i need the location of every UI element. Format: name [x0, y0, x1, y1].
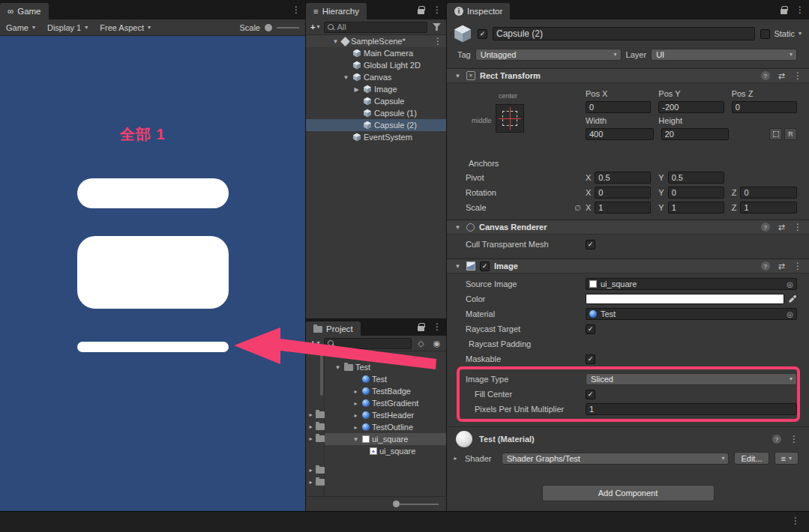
foldout-open-icon[interactable]: ▼ [454, 263, 462, 270]
foldout-open-icon[interactable]: ▼ [342, 74, 350, 81]
component-menu-icon[interactable]: ⋮ [790, 435, 799, 444]
project-search-input[interactable] [324, 338, 412, 349]
raycast-padding-row[interactable]: ▸Raycast Padding [447, 336, 809, 351]
arrow-right-icon[interactable]: ▸ [451, 455, 460, 462]
scene-row[interactable]: ▼ SampleScene* ⋮ [306, 35, 446, 47]
blend-values-button[interactable] [769, 128, 782, 140]
project-item-partial[interactable]: Test [325, 351, 446, 361]
presets-icon[interactable]: ⇄ [778, 262, 785, 271]
arrow-right-icon[interactable]: ▸ [352, 412, 360, 419]
game-viewport[interactable]: 全部 1 [0, 36, 305, 511]
anchor-preset-box[interactable] [496, 104, 524, 133]
hierarchy-item-capsule-1[interactable]: Capsule (1) [306, 107, 446, 119]
foldout-open-icon[interactable]: ▼ [454, 224, 462, 231]
pos-y-field[interactable]: -200 [658, 101, 724, 113]
rotation-x-field[interactable]: 0 [595, 187, 651, 199]
chevron-down-icon[interactable]: ▾ [799, 31, 802, 37]
pos-z-field[interactable]: 0 [732, 101, 797, 113]
object-name-field[interactable]: Capsule (2) [493, 27, 755, 40]
project-item-testheader[interactable]: ▸ TestHeader [325, 409, 446, 421]
foldout-open-icon[interactable]: ▼ [454, 73, 462, 79]
foldout-closed-icon[interactable]: ▶ [352, 86, 361, 93]
add-component-button[interactable]: Add Component [542, 485, 715, 501]
cull-checkbox[interactable]: ✓ [586, 240, 595, 250]
hierarchy-tab-menu-icon[interactable]: ⋮ [433, 5, 442, 14]
maskable-checkbox[interactable]: ✓ [586, 354, 595, 364]
image-header[interactable]: ▼ ✓ Image ? ⇄ ⋮ [447, 259, 809, 273]
width-field[interactable]: 400 [586, 128, 654, 140]
project-item-testoutline[interactable]: ▸ TestOutline [325, 421, 446, 433]
folder-tree-item[interactable]: ▸ [306, 408, 324, 420]
project-item-testbadge[interactable]: ▸ TestBadge [325, 385, 446, 397]
game-mode-dropdown[interactable]: Game ▾ [6, 23, 35, 32]
image-type-dropdown[interactable]: Sliced ▾ [586, 373, 797, 385]
rect-transform-header[interactable]: ▼ ✕ Rect Transform ? ⇄ ⋮ [447, 68, 809, 83]
help-icon[interactable]: ? [761, 223, 770, 232]
component-menu-icon[interactable]: ⋮ [793, 71, 802, 80]
link-off-icon[interactable]: ∅ [574, 204, 581, 212]
status-bar-menu-icon[interactable]: ⋮ [791, 516, 800, 526]
eyedropper-icon[interactable] [788, 294, 797, 303]
ppu-field[interactable]: 1 [586, 403, 797, 415]
folder-tree-item[interactable]: ▸ [306, 420, 324, 432]
component-menu-icon[interactable]: ⋮ [793, 223, 802, 232]
project-item-test-folder[interactable]: ▼ Test [325, 361, 446, 373]
shader-dropdown[interactable]: Shader Graphs/Test ▾ [502, 453, 729, 465]
material-preview-header[interactable]: Test (Material) ? ⋮ [447, 427, 809, 450]
hierarchy-create-button[interactable]: + ▾ [309, 22, 321, 31]
canvas-renderer-header[interactable]: ▼ Canvas Renderer ? ⇄ ⋮ [447, 220, 809, 235]
foldout-open-icon[interactable]: ▼ [331, 38, 340, 45]
component-menu-icon[interactable]: ⋮ [793, 262, 802, 270]
project-create-button[interactable]: + ▾ [309, 339, 321, 348]
arrow-right-icon[interactable]: ▸ [352, 400, 360, 407]
foldout-open-icon[interactable]: ▼ [352, 436, 360, 443]
tab-inspector[interactable]: i Inspector [447, 3, 510, 19]
scale-slider-knob[interactable] [265, 24, 272, 31]
scale-x-field[interactable]: 1 [595, 202, 651, 214]
rotation-z-field[interactable]: 0 [740, 187, 797, 199]
help-icon[interactable]: ? [761, 71, 770, 80]
height-field[interactable]: 20 [661, 128, 730, 140]
foldout-open-icon[interactable]: ▼ [334, 364, 342, 371]
hierarchy-item-canvas[interactable]: ▼ Canvas [306, 71, 446, 83]
object-picker-icon[interactable]: ◎ [787, 310, 793, 318]
help-icon[interactable]: ? [761, 262, 770, 270]
scrollbar[interactable] [320, 354, 323, 396]
scale-y-field[interactable]: 1 [668, 202, 724, 214]
zoom-slider-knob[interactable] [393, 501, 400, 507]
hierarchy-item-eventsystem[interactable]: EventSystem [306, 131, 446, 143]
project-item-ui-square[interactable]: ▼ ui_square [325, 433, 446, 445]
raycast-target-checkbox[interactable]: ✓ [586, 324, 595, 334]
tab-game[interactable]: ∞ Game [0, 3, 49, 19]
inspector-tab-menu-icon[interactable]: ⋮ [796, 5, 805, 14]
aspect-dropdown[interactable]: Free Aspect ▾ [100, 23, 151, 32]
tab-project[interactable]: Project [306, 321, 361, 336]
game-tab-menu-icon[interactable]: ⋮ [292, 5, 301, 14]
lock-icon[interactable] [418, 9, 424, 14]
hierarchy-item-main-camera[interactable]: Main Camera [306, 47, 446, 59]
project-item-ui-square-sprite[interactable]: ui_square [325, 445, 446, 457]
folder-tree-item[interactable]: ▸ [306, 476, 324, 488]
folder-tree-item[interactable]: ▸ [306, 432, 324, 444]
material-field[interactable]: Test ◎ [586, 308, 797, 320]
shader-menu-button[interactable]: ≡ ▾ [775, 452, 799, 465]
tag-dropdown[interactable]: Untagged ▾ [475, 49, 622, 61]
hidden-packages-button[interactable]: ◉ [430, 337, 443, 349]
hierarchy-item-capsule[interactable]: Capsule [306, 95, 446, 107]
hierarchy-item-image[interactable]: ▶ Image [306, 83, 446, 95]
static-checkbox[interactable] [760, 29, 770, 39]
image-enabled-checkbox[interactable]: ✓ [480, 262, 490, 271]
hierarchy-item-capsule-2[interactable]: Capsule (2) [306, 119, 446, 131]
presets-icon[interactable]: ⇄ [778, 223, 785, 232]
shader-edit-button[interactable]: Edit... [734, 452, 769, 465]
presets-icon[interactable]: ⇄ [778, 71, 785, 81]
hierarchy-item-global-light[interactable]: Global Light 2D [306, 59, 446, 71]
scene-menu-icon[interactable]: ⋮ [433, 37, 442, 46]
anchor-preset-widget[interactable]: center middle [466, 89, 586, 154]
scale-z-field[interactable]: 1 [740, 202, 797, 214]
pivot-x-field[interactable]: 0.5 [595, 172, 651, 184]
rotation-y-field[interactable]: 0 [668, 187, 724, 199]
fill-center-checkbox[interactable]: ✓ [586, 390, 595, 399]
project-item-test-shader[interactable]: Test [325, 373, 446, 385]
help-icon[interactable]: ? [772, 435, 781, 444]
